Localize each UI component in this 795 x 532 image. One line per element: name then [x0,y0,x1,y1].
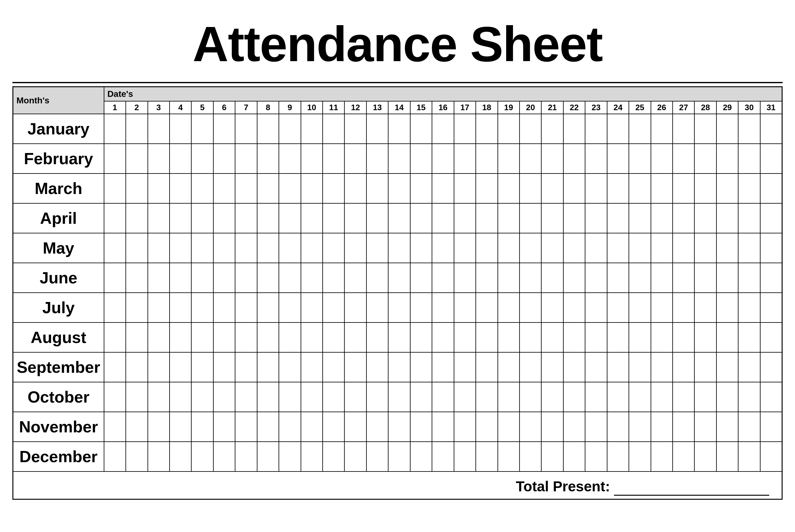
cell-october-14[interactable] [388,382,410,412]
cell-november-2[interactable] [126,412,148,442]
cell-january-21[interactable] [541,114,563,144]
cell-october-24[interactable] [607,382,629,412]
cell-april-25[interactable] [629,203,651,233]
cell-october-10[interactable] [301,382,323,412]
cell-march-7[interactable] [235,173,257,203]
cell-september-14[interactable] [388,352,410,382]
cell-july-12[interactable] [345,293,366,322]
cell-october-4[interactable] [170,382,191,412]
cell-july-9[interactable] [279,293,301,322]
cell-december-21[interactable] [541,442,563,472]
cell-april-2[interactable] [126,203,148,233]
cell-august-8[interactable] [257,322,279,352]
cell-july-15[interactable] [410,293,432,322]
cell-july-6[interactable] [213,293,235,322]
cell-december-22[interactable] [563,442,585,472]
cell-april-12[interactable] [345,203,366,233]
cell-march-5[interactable] [191,173,213,203]
cell-may-22[interactable] [563,233,585,263]
cell-august-25[interactable] [629,322,651,352]
cell-january-12[interactable] [345,114,366,144]
cell-december-26[interactable] [651,442,673,472]
cell-january-27[interactable] [673,114,695,144]
cell-april-30[interactable] [738,203,760,233]
cell-october-15[interactable] [410,382,432,412]
cell-april-6[interactable] [213,203,235,233]
cell-april-5[interactable] [191,203,213,233]
cell-september-29[interactable] [717,352,738,382]
cell-december-17[interactable] [454,442,476,472]
cell-march-25[interactable] [629,173,651,203]
cell-october-30[interactable] [738,382,760,412]
cell-may-30[interactable] [738,233,760,263]
cell-march-18[interactable] [476,173,498,203]
cell-september-20[interactable] [520,352,541,382]
cell-january-22[interactable] [563,114,585,144]
cell-september-26[interactable] [651,352,673,382]
cell-march-24[interactable] [607,173,629,203]
cell-october-8[interactable] [257,382,279,412]
cell-august-4[interactable] [170,322,191,352]
cell-june-24[interactable] [607,263,629,293]
cell-february-16[interactable] [432,144,454,173]
cell-november-11[interactable] [323,412,345,442]
cell-july-8[interactable] [257,293,279,322]
cell-july-26[interactable] [651,293,673,322]
cell-september-11[interactable] [323,352,345,382]
cell-december-6[interactable] [213,442,235,472]
cell-february-15[interactable] [410,144,432,173]
cell-september-21[interactable] [541,352,563,382]
cell-september-22[interactable] [563,352,585,382]
cell-june-23[interactable] [585,263,607,293]
cell-july-30[interactable] [738,293,760,322]
cell-april-27[interactable] [673,203,695,233]
cell-july-25[interactable] [629,293,651,322]
cell-may-6[interactable] [213,233,235,263]
cell-february-1[interactable] [104,144,126,173]
cell-april-26[interactable] [651,203,673,233]
cell-april-18[interactable] [476,203,498,233]
cell-february-21[interactable] [541,144,563,173]
cell-march-10[interactable] [301,173,323,203]
cell-october-16[interactable] [432,382,454,412]
cell-july-27[interactable] [673,293,695,322]
cell-may-4[interactable] [170,233,191,263]
cell-january-5[interactable] [191,114,213,144]
cell-november-24[interactable] [607,412,629,442]
cell-march-28[interactable] [695,173,716,203]
cell-may-18[interactable] [476,233,498,263]
cell-october-19[interactable] [498,382,520,412]
cell-january-7[interactable] [235,114,257,144]
cell-january-26[interactable] [651,114,673,144]
cell-november-14[interactable] [388,412,410,442]
cell-october-20[interactable] [520,382,541,412]
cell-april-16[interactable] [432,203,454,233]
cell-november-15[interactable] [410,412,432,442]
cell-october-27[interactable] [673,382,695,412]
cell-august-23[interactable] [585,322,607,352]
cell-january-6[interactable] [213,114,235,144]
cell-july-24[interactable] [607,293,629,322]
cell-october-29[interactable] [717,382,738,412]
cell-september-23[interactable] [585,352,607,382]
cell-march-26[interactable] [651,173,673,203]
cell-september-7[interactable] [235,352,257,382]
cell-december-11[interactable] [323,442,345,472]
cell-september-12[interactable] [345,352,366,382]
cell-november-9[interactable] [279,412,301,442]
cell-october-25[interactable] [629,382,651,412]
cell-may-12[interactable] [345,233,366,263]
cell-november-6[interactable] [213,412,235,442]
cell-january-2[interactable] [126,114,148,144]
cell-march-21[interactable] [541,173,563,203]
cell-february-29[interactable] [717,144,738,173]
cell-july-28[interactable] [695,293,716,322]
cell-october-9[interactable] [279,382,301,412]
cell-april-9[interactable] [279,203,301,233]
cell-august-10[interactable] [301,322,323,352]
cell-december-5[interactable] [191,442,213,472]
cell-april-15[interactable] [410,203,432,233]
cell-november-30[interactable] [738,412,760,442]
cell-march-13[interactable] [367,173,388,203]
cell-june-7[interactable] [235,263,257,293]
